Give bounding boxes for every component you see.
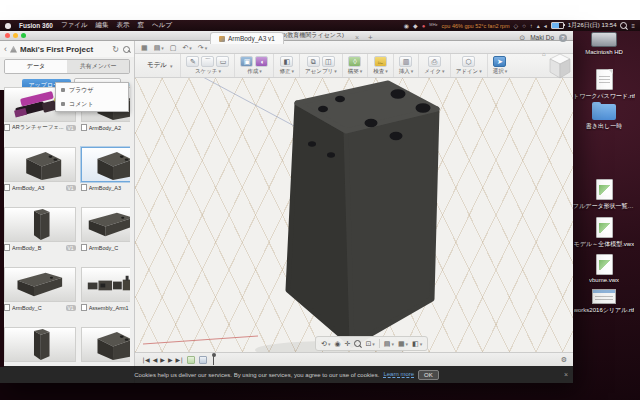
back-icon[interactable]: ‹ — [4, 44, 7, 54]
volume-icon[interactable]: ◂ — [544, 23, 547, 29]
menu-item-window[interactable]: 窓 — [138, 21, 145, 30]
zoom-icon[interactable] — [354, 340, 361, 347]
ribbon-label-addins[interactable]: アドイン▾ — [456, 68, 482, 75]
model-armbody[interactable] — [288, 83, 437, 345]
pan-icon[interactable]: ✛ — [345, 340, 351, 348]
status-icon-3[interactable]: ● — [422, 23, 426, 29]
timeline-step-forward-button[interactable]: ▶ — [168, 356, 172, 363]
grid-settings-icon[interactable]: ▦▾ — [398, 340, 408, 348]
project-item[interactable]: Assembly_Arm1 V1 — [81, 267, 130, 314]
document-tab[interactable]: ArmBody_A3 v1 — [210, 32, 284, 44]
project-item[interactable]: ArmBody_A3 V1 — [4, 147, 76, 194]
desktop-icon-folder[interactable]: 書き出し一時 — [573, 104, 635, 131]
timeline-feature-sketch[interactable] — [187, 356, 195, 364]
timeline-feature-extrude[interactable] — [199, 356, 207, 364]
shield-icon[interactable]: ◇ — [514, 23, 519, 29]
close-document-tab-button[interactable]: × — [355, 34, 359, 41]
ribbon-label-create[interactable]: 作成▾ — [247, 68, 262, 75]
ribbon-label-inspect[interactable]: 検査▾ — [373, 68, 388, 75]
battery-icon[interactable] — [551, 22, 564, 29]
cookie-close-icon[interactable]: × — [564, 371, 568, 378]
menu-item-help[interactable]: ヘルプ — [152, 21, 172, 30]
timeline-playhead[interactable] — [213, 355, 214, 365]
sketch-icon[interactable]: ✎ — [186, 56, 199, 67]
joint-icon[interactable]: ⧉ — [307, 56, 320, 67]
insert-image-icon[interactable]: ▥ — [399, 56, 412, 67]
istat-status-text[interactable]: cpu 46% gpu 52°c fan2 rpm — [442, 23, 510, 29]
menu-item-file[interactable]: ファイル — [61, 21, 88, 30]
undo-icon[interactable]: ↶▾ — [182, 44, 191, 51]
spline-icon[interactable]: ⌒ — [201, 56, 214, 67]
search-icon[interactable] — [123, 46, 130, 53]
ribbon-label-assemble[interactable]: アセンブリ▾ — [305, 68, 337, 75]
apple-menu-icon[interactable] — [5, 23, 11, 29]
new-document-tab-button[interactable]: + — [368, 33, 373, 42]
box-primitive-icon[interactable]: ▣ — [240, 56, 253, 67]
timeline-go-end-button[interactable]: ▶❘ — [176, 356, 184, 363]
upload-arrow-icon[interactable]: ↑ — [530, 23, 533, 29]
desktop-icon-vwx-2[interactable]: モデル～全体模型.vwx — [573, 217, 635, 249]
desktop-icon-vwx-1[interactable]: フルデータ形状一覧.vwx — [573, 179, 635, 211]
modify-icon[interactable]: ◧ — [280, 56, 293, 67]
project-item[interactable]: ArmBody_C V1 — [81, 207, 130, 254]
ribbon-label-sketch[interactable]: スケッチ▾ — [195, 68, 221, 75]
ribbon-label-construct[interactable]: 構築▾ — [348, 68, 363, 75]
menu-app-name[interactable]: Fusion 360 — [19, 22, 53, 29]
status-icon-2[interactable]: ◆ — [413, 23, 418, 29]
addins-icon[interactable]: ⬡ — [462, 56, 475, 67]
desktop-icon-vwx-3[interactable]: vbume.vwx — [573, 254, 635, 283]
redo-icon[interactable]: ↷▾ — [198, 44, 207, 51]
user-name[interactable]: Maki Do — [530, 34, 554, 41]
measure-icon[interactable]: ⌳ — [374, 56, 387, 67]
menu-item-comment[interactable]: コメント — [56, 97, 128, 111]
job-status-icon[interactable]: ⊙ — [519, 34, 525, 41]
ribbon-label-modify[interactable]: 修正▾ — [279, 68, 294, 75]
cpu-meter[interactable]: MHz — [429, 23, 437, 27]
menu-item-edit[interactable]: 編集 — [96, 21, 109, 30]
refresh-icon[interactable]: ↻ — [112, 45, 119, 54]
viewports-icon[interactable]: ◧▾ — [412, 340, 422, 348]
3d-viewport[interactable]: ⟲▾ ◉ ✛ ⊡▾ ▤▾ ▦▾ ◧▾ — [135, 78, 573, 352]
construct-plane-icon[interactable]: ◊ — [348, 56, 361, 67]
desktop-icon-macintosh-hd[interactable]: Macintosh HD — [573, 32, 635, 55]
form-icon[interactable]: ◖ — [255, 56, 268, 67]
desktop-icon-rtf[interactable]: トワークパスワード.rtf — [573, 69, 635, 101]
spotlight-icon[interactable] — [620, 22, 627, 29]
menu-clock[interactable]: 1月26日(日) 13:54 — [568, 21, 617, 30]
ribbon-label-make[interactable]: メイク▾ — [424, 68, 444, 75]
display-settings-icon[interactable]: ▤▾ — [384, 340, 394, 348]
cookie-ok-button[interactable]: OK — [418, 370, 439, 380]
project-item-selected[interactable]: ArmBody_A3 V1 — [81, 147, 130, 194]
component-icon[interactable]: ◫ — [322, 56, 335, 67]
tab-data[interactable]: データ — [5, 60, 67, 73]
timeline-step-back-button[interactable]: ◀ — [153, 356, 157, 363]
wifi-icon[interactable]: ▴ — [537, 23, 540, 29]
menu-item-browser[interactable]: ブラウザ — [56, 83, 128, 97]
status-icon-1[interactable]: ◉ — [404, 23, 409, 29]
view-cube[interactable]: ⌂ — [542, 51, 574, 85]
learn-more-link[interactable]: Learn more — [383, 371, 414, 378]
file-menu-icon[interactable]: ▤▾ — [154, 44, 164, 51]
fit-icon[interactable]: ⊡▾ — [365, 340, 374, 348]
ribbon-label-select[interactable]: 選択▾ — [493, 68, 508, 75]
project-item[interactable]: ArmBody_B V1 — [4, 207, 76, 254]
rectangle-icon[interactable]: ▭ — [216, 56, 229, 67]
look-at-icon[interactable]: ◉ — [334, 340, 340, 348]
data-panel-toggle-icon[interactable]: ▦ — [141, 44, 148, 51]
ribbon-label-insert[interactable]: 挿入▾ — [399, 68, 414, 75]
select-icon[interactable]: ➤ — [493, 56, 506, 67]
tab-people[interactable]: 共有メンバー — [67, 60, 129, 73]
help-icon[interactable]: ? — [559, 34, 567, 42]
make-icon[interactable]: ⎙ — [428, 56, 441, 67]
notification-center-icon[interactable]: ≡ — [631, 23, 635, 29]
orbit-icon[interactable]: ⟲▾ — [321, 340, 330, 348]
timeline-play-button[interactable]: ▶ — [160, 356, 164, 363]
timeline-go-start-button[interactable]: ❘◀ — [141, 356, 149, 363]
project-item[interactable]: ArmBody_C V1 — [4, 267, 76, 314]
workspace-selector[interactable]: モデル▾ — [139, 54, 180, 77]
desktop-icon-screenshot[interactable]: works2016シリアル.rtf — [573, 289, 635, 315]
home-view-icon[interactable]: ⌂ — [542, 51, 546, 85]
timeline-gear-icon[interactable]: ⚙ — [561, 356, 567, 364]
menu-item-view[interactable]: 表示 — [117, 21, 130, 30]
clock-icon[interactable]: ○ — [522, 23, 526, 29]
